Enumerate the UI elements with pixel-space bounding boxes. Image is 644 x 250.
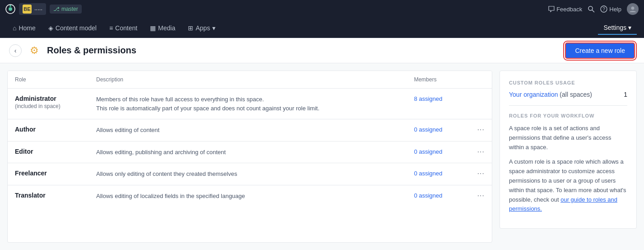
role-actions-cell-translator[interactable]: ··· [470,185,492,207]
topbar-actions: Feedback ? Help [548,3,639,15]
assigned-link[interactable]: 0 assigned [414,170,443,177]
row-menu-button[interactable]: ··· [477,192,485,199]
user-avatar[interactable] [627,3,639,15]
nav-items: ⌂ Home ◈ Content model ≡ Content ▦ Media… [7,22,598,34]
role-members-cell-editor[interactable]: 0 assigned [407,141,470,163]
branch-selector[interactable]: ⎇ master [50,5,82,14]
nav-home-label: Home [19,24,35,32]
row-menu-button[interactable]: ··· [477,148,485,156]
sidebar-body-1: A space role is a set of actions and per… [509,124,627,152]
svg-point-1 [9,7,12,11]
branch-icon: ⎇ [53,6,60,12]
role-name-cell-translator: Translator [8,185,89,207]
workflow-title: ROLES FOR YOUR WORKFLOW [509,113,627,118]
org-row: Your organization (all spaces) 1 [509,91,627,98]
svg-line-4 [592,10,594,12]
role-name: Administrator [15,95,56,102]
role-description-2: This role is automatically part of your … [96,105,319,112]
custom-roles-title: CUSTOM ROLES USAGE [509,80,627,85]
nav-content-model-label: Content model [56,24,97,32]
nav-media[interactable]: ▦ Media [145,22,181,34]
nav-apps-label: Apps [196,24,210,32]
settings-label: Settings [603,24,626,31]
role-members-cell-translator[interactable]: 0 assigned [407,185,470,207]
assigned-link[interactable]: 0 assigned [414,192,443,199]
sidebar-body-2: A custom role is a space role which allo… [509,157,627,214]
content-model-icon: ◈ [48,24,53,32]
col-members: Members [407,71,470,89]
main-content: Role Description Members Administrator(i… [0,63,644,250]
role-description: Allows editing of localized fields in th… [96,193,245,199]
roles-gear-icon: ⚙ [27,43,42,58]
role-description: Allows only editing of content they crea… [96,170,237,177]
nav-content-model[interactable]: ◈ Content model [43,22,102,34]
branch-label: master [61,6,78,12]
create-role-button[interactable]: Create a new role [565,42,635,59]
org-link[interactable]: Your organization [509,91,558,98]
role-description: Allows editing, publishing and archiving… [96,149,226,156]
search-button[interactable] [588,5,595,13]
nav-content-label: Content [115,24,137,32]
role-desc-cell-editor: Allows editing, publishing and archiving… [89,141,407,163]
workspace-selector[interactable]: BE ····· [19,3,46,15]
page-title: Roles & permissions [47,45,136,56]
role-name-cell-editor: Editor [8,141,89,163]
role-name-cell-freelancer: Freelancer [8,163,89,185]
feedback-button[interactable]: Feedback [548,6,582,13]
svg-text:?: ? [602,7,605,12]
role-desc-cell-freelancer: Allows only editing of content they crea… [89,163,407,185]
role-actions-cell-administrator [470,89,492,119]
apps-arrow-icon: ▾ [212,24,215,32]
topbar: BE ····· ⎇ master Feedback ? Help [0,0,644,18]
back-button[interactable]: ‹ [9,44,22,57]
table-header-row: Role Description Members [8,71,492,89]
nav-media-label: Media [158,24,175,32]
row-menu-button[interactable]: ··· [477,170,485,177]
role-actions-cell-author[interactable]: ··· [470,119,492,142]
nav-content[interactable]: ≡ Content [104,22,143,34]
role-name: Author [15,126,36,133]
help-button[interactable]: ? Help [600,5,621,13]
apps-icon: ⊞ [188,24,193,32]
nav-apps[interactable]: ⊞ Apps ▾ [182,22,221,34]
role-members-cell-freelancer[interactable]: 0 assigned [407,163,470,185]
role-members-cell-administrator[interactable]: 8 assigned [407,89,470,119]
role-actions-cell-editor[interactable]: ··· [470,141,492,163]
media-icon: ▦ [150,24,156,32]
role-description: Allows editing of content [96,127,159,133]
role-name: Translator [15,192,46,199]
col-description: Description [89,71,407,89]
role-members-cell-author[interactable]: 0 assigned [407,119,470,142]
role-name-cell-author: Author [8,119,89,142]
roles-table: Role Description Members Administrator(i… [8,71,492,207]
nav-settings[interactable]: Settings ▾ [598,21,637,35]
svg-point-2 [9,5,11,7]
role-name: Freelancer [15,170,47,177]
table-row: FreelancerAllows only editing of content… [8,163,492,185]
role-name-cell-administrator: Administrator(included in space) [8,89,89,119]
table-row: Administrator(included in space)Members … [8,89,492,119]
role-desc-cell-translator: Allows editing of localized fields in th… [89,185,407,207]
role-description: Members of this role have full access to… [96,96,264,103]
role-actions-cell-freelancer[interactable]: ··· [470,163,492,185]
navbar: ⌂ Home ◈ Content model ≡ Content ▦ Media… [0,18,644,38]
role-desc-cell-administrator: Members of this role have full access to… [89,89,407,119]
role-sub: (included in space) [15,103,61,109]
home-icon: ⌂ [13,24,16,32]
assigned-link[interactable]: 0 assigned [414,126,443,133]
roles-table-section: Role Description Members Administrator(i… [7,71,492,243]
role-name: Editor [15,148,33,155]
sidebar: CUSTOM ROLES USAGE Your organization (al… [499,63,644,250]
nav-home[interactable]: ⌂ Home [7,22,41,34]
workspace-avatar: BE [23,5,32,14]
row-menu-button[interactable]: ··· [477,126,485,133]
assigned-link[interactable]: 0 assigned [414,148,443,155]
content-icon: ≡ [109,24,113,32]
svg-point-3 [588,6,593,10]
org-count: 1 [624,91,627,98]
svg-point-7 [631,7,635,10]
assigned-link[interactable]: 8 assigned [414,95,443,102]
org-all-spaces: (all spaces) [560,91,592,98]
app-logo [5,4,15,14]
org-row-left: Your organization (all spaces) [509,91,592,98]
